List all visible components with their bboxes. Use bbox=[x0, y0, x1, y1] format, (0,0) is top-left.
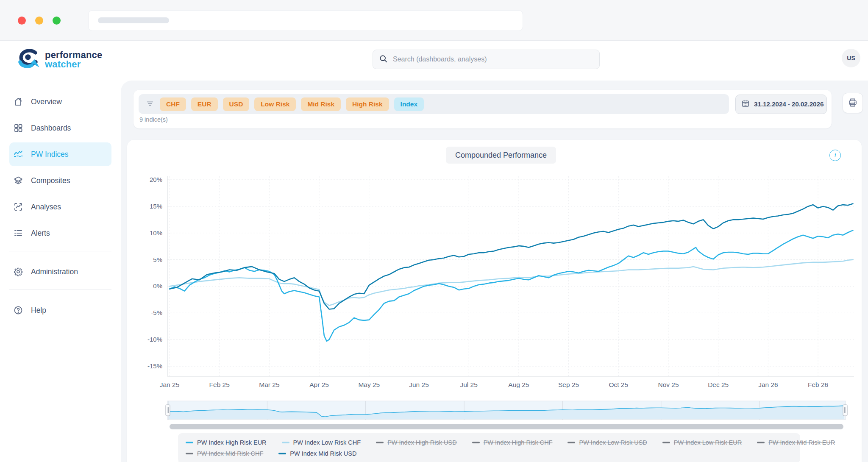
indices-chart-icon bbox=[13, 149, 24, 160]
legend-marker bbox=[568, 442, 575, 443]
legend-label: PW Index Mid Risk USD bbox=[290, 450, 356, 457]
bottom-partial-card bbox=[178, 459, 465, 462]
legend-marker bbox=[757, 442, 765, 443]
performance-watcher-logo-icon bbox=[16, 48, 41, 71]
legend-item[interactable]: PW Index Low Risk CHF bbox=[282, 439, 361, 446]
analysis-icon bbox=[13, 201, 24, 212]
alerts-list-icon bbox=[13, 228, 24, 239]
legend-marker bbox=[186, 453, 193, 454]
info-icon[interactable]: i bbox=[829, 150, 841, 161]
legend-label: PW Index Mid Risk CHF bbox=[197, 450, 263, 457]
url-placeholder-bar bbox=[98, 17, 169, 23]
browser-chrome bbox=[0, 0, 868, 41]
legend-label: PW Index Mid Risk EUR bbox=[768, 439, 835, 446]
legend-label: PW Index High Risk CHF bbox=[484, 439, 553, 446]
legend-label: PW Index Low Risk CHF bbox=[293, 439, 361, 446]
sidebar-item-overview[interactable]: Overview bbox=[9, 90, 111, 114]
app-header: performance watcher US bbox=[0, 41, 868, 81]
app-logo-text: performance watcher bbox=[45, 50, 102, 70]
layers-icon bbox=[13, 175, 24, 186]
filter-chip-chf[interactable]: CHF bbox=[160, 97, 186, 111]
legend-item[interactable]: PW Index Mid Risk USD bbox=[278, 450, 356, 457]
filter-chip-low-risk[interactable]: Low Risk bbox=[254, 97, 296, 111]
legend-marker bbox=[376, 442, 384, 443]
printer-icon bbox=[848, 97, 858, 109]
sidebar-nav: OverviewDashboardsPW IndicesCompositesAn… bbox=[0, 81, 121, 462]
legend-label: PW Index High Risk EUR bbox=[197, 439, 267, 446]
legend-item[interactable]: PW Index Mid Risk CHF bbox=[186, 450, 263, 457]
legend-marker bbox=[282, 442, 289, 443]
chart-title: Compounded Performance bbox=[446, 147, 556, 164]
search-icon bbox=[379, 54, 388, 65]
sidebar-item-label: Overview bbox=[31, 97, 62, 106]
legend-item[interactable]: PW Index Low Risk EUR bbox=[662, 439, 742, 446]
zoom-window-button[interactable] bbox=[53, 17, 61, 25]
sidebar-item-label: Administration bbox=[31, 267, 78, 276]
sidebar-item-analyses[interactable]: Analyses bbox=[9, 195, 111, 219]
filter-icon[interactable] bbox=[145, 99, 155, 110]
filter-chip-eur[interactable]: EUR bbox=[191, 97, 218, 111]
gear-icon bbox=[13, 266, 24, 277]
legend-label: PW Index Low Risk USD bbox=[579, 439, 647, 446]
close-window-button[interactable] bbox=[18, 17, 26, 25]
sidebar-item-alerts[interactable]: Alerts bbox=[9, 221, 111, 245]
legend-label: PW Index Low Risk EUR bbox=[674, 439, 742, 446]
global-search[interactable] bbox=[373, 50, 600, 69]
filter-chip-high-risk[interactable]: High Risk bbox=[346, 97, 389, 111]
sidebar-divider bbox=[9, 251, 111, 251]
main-content-panel: CHFEURUSDLow RiskMid RiskHigh RiskIndex … bbox=[121, 81, 868, 462]
legend-marker bbox=[472, 442, 480, 443]
app-logo[interactable]: performance watcher bbox=[16, 48, 102, 71]
legend-item[interactable]: PW Index High Risk USD bbox=[376, 439, 457, 446]
sidebar-item-dashboards[interactable]: Dashboards bbox=[9, 116, 111, 140]
browser-address-bar[interactable] bbox=[88, 10, 523, 31]
date-range-picker[interactable]: 31.12.2024 - 20.02.2026 bbox=[735, 95, 827, 114]
sidebar-item-label: Alerts bbox=[31, 229, 50, 238]
chart-legend: PW Index High Risk EURPW Index Low Risk … bbox=[178, 433, 800, 462]
help-icon bbox=[13, 305, 24, 316]
filter-chip-usd[interactable]: USD bbox=[223, 97, 250, 111]
legend-item[interactable]: PW Index High Risk CHF bbox=[472, 439, 553, 446]
legend-label: PW Index High Risk USD bbox=[387, 439, 457, 446]
date-range-value: 31.12.2024 - 20.02.2026 bbox=[754, 100, 823, 108]
user-avatar[interactable]: US bbox=[842, 49, 860, 67]
legend-item[interactable]: PW Index Mid Risk EUR bbox=[757, 439, 835, 446]
legend-item[interactable]: PW Index Low Risk USD bbox=[568, 439, 647, 446]
print-button[interactable] bbox=[843, 93, 863, 113]
indices-count: 9 indice(s) bbox=[139, 116, 168, 123]
sidebar-item-label: Analyses bbox=[31, 203, 61, 212]
sidebar-item-administration[interactable]: Administration bbox=[9, 260, 111, 284]
calendar-icon bbox=[741, 99, 750, 109]
performance-chart-card: Compounded Performance i PW Index High R… bbox=[127, 140, 862, 462]
legend-item[interactable]: PW Index High Risk EUR bbox=[186, 439, 267, 446]
sidebar-divider bbox=[9, 289, 111, 290]
sidebar-item-label: Composites bbox=[31, 176, 70, 185]
home-icon bbox=[13, 96, 24, 107]
sidebar-item-label: PW Indices bbox=[31, 150, 69, 159]
filter-chip-mid-risk[interactable]: Mid Risk bbox=[301, 97, 341, 111]
sidebar-item-composites[interactable]: Composites bbox=[9, 169, 111, 192]
filter-chips-box: CHFEURUSDLow RiskMid RiskHigh RiskIndex bbox=[139, 94, 729, 114]
legend-marker bbox=[186, 442, 193, 443]
sidebar-item-label: Help bbox=[31, 306, 46, 315]
dashboard-grid-icon bbox=[13, 122, 24, 134]
search-input[interactable] bbox=[392, 55, 593, 64]
sidebar-item-help[interactable]: Help bbox=[9, 298, 111, 322]
sidebar-item-pw-indices[interactable]: PW Indices bbox=[9, 142, 111, 166]
minimize-window-button[interactable] bbox=[35, 17, 43, 25]
legend-marker bbox=[278, 453, 286, 454]
filter-card: CHFEURUSDLow RiskMid RiskHigh RiskIndex … bbox=[134, 90, 832, 128]
sidebar-item-label: Dashboards bbox=[31, 124, 71, 133]
app-window: performance watcher US OverviewDashboard… bbox=[0, 0, 868, 462]
legend-marker bbox=[662, 442, 670, 443]
filter-chip-index[interactable]: Index bbox=[394, 97, 424, 111]
